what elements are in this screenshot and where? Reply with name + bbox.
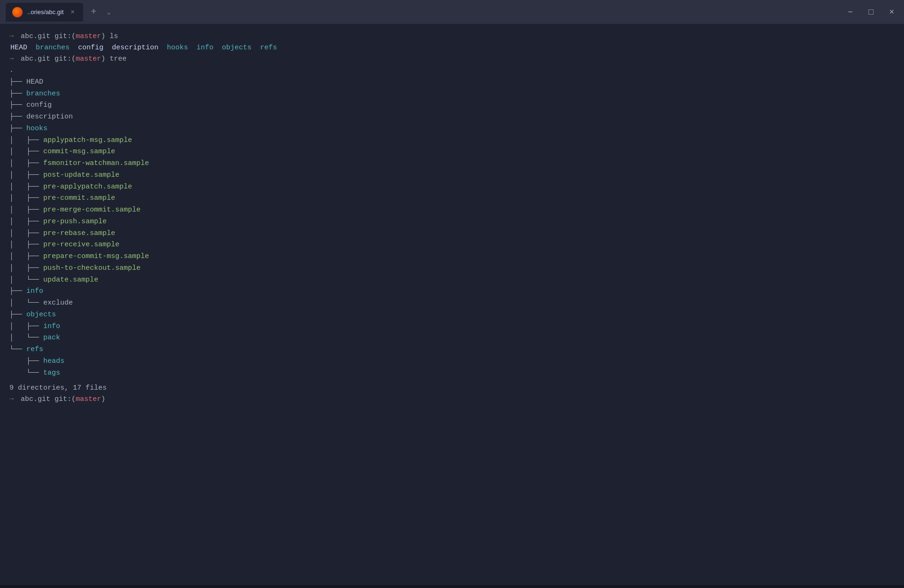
ls-item-hooks: hooks	[167, 42, 188, 54]
maximize-button[interactable]: □	[865, 6, 878, 19]
minimize-button[interactable]: −	[844, 6, 857, 19]
tree-entry-pre-commit: │ ├── pre-commit.sample	[9, 193, 895, 204]
tree-entry-exclude: │ └── exclude	[9, 298, 895, 309]
ls-item-config: config	[78, 42, 103, 54]
ubuntu-icon	[12, 7, 23, 17]
app-window: ..ories/abc.git × + ⌄ − □ × → abc.git gi…	[0, 0, 904, 588]
ls-item-description: description	[112, 42, 158, 54]
tree-entry-info: ├── info	[9, 286, 895, 298]
tree-entry-update: │ └── update.sample	[9, 274, 895, 286]
new-tab-button[interactable]: +	[87, 5, 100, 19]
prompt-path-2: abc.git	[16, 54, 55, 65]
prompt-line-2: → abc.git git: ( master ) tree	[9, 54, 895, 65]
prompt-paren-open-3: (	[71, 394, 76, 405]
prompt-paren-close-2: )	[101, 54, 105, 65]
tree-entry-branches: ├── branches	[9, 88, 895, 100]
tree-entry-post-update: │ ├── post-update.sample	[9, 170, 895, 181]
tree-entry-pre-applypatch: │ ├── pre-applypatch.sample	[9, 181, 895, 193]
tree-entry-head: ├── HEAD	[9, 77, 895, 88]
prompt-paren-close-1: )	[101, 31, 105, 42]
ls-output-line: HEAD branches config description hooks i…	[9, 42, 895, 54]
tree-entry-objects-pack: │ └── pack	[9, 332, 895, 344]
tree-entry-pre-receive: │ ├── pre-receive.sample	[9, 239, 895, 251]
prompt-git-2: git:	[55, 54, 71, 65]
tree-entry-applypatch: │ ├── applypatch-msg.sample	[9, 135, 895, 147]
tree-entry-objects-info: │ ├── info	[9, 321, 895, 333]
ls-item-branches: branches	[36, 42, 70, 54]
prompt-paren-open-2: (	[71, 54, 76, 65]
tree-entry-tags: └── tags	[9, 368, 895, 379]
ls-item-refs: refs	[260, 42, 277, 54]
tree-entry-refs: └── refs	[9, 344, 895, 356]
prompt-arrow-3: →	[9, 394, 14, 405]
prompt-paren-close-3: )	[101, 394, 105, 405]
tree-entry-config: ├── config	[9, 100, 895, 111]
summary-text: 9 directories, 17 files	[9, 383, 107, 394]
prompt-arrow-2: →	[9, 54, 14, 65]
tree-entry-hooks: ├── hooks	[9, 123, 895, 135]
prompt-paren-open-1: (	[71, 31, 76, 42]
tree-entry-heads: ├── heads	[9, 356, 895, 368]
prompt-line-1: → abc.git git: ( master ) ls	[9, 31, 895, 42]
tree-entry-pre-rebase: │ ├── pre-rebase.sample	[9, 228, 895, 240]
prompt-path-1: abc.git	[16, 31, 55, 42]
ls-item-objects: objects	[222, 42, 252, 54]
prompt-cmd-1: ls	[105, 31, 118, 42]
ls-item-head: HEAD	[10, 42, 27, 54]
tab-title: ..ories/abc.git	[27, 8, 63, 16]
bottom-border	[0, 585, 904, 588]
tree-entry-pre-push: │ ├── pre-push.sample	[9, 216, 895, 228]
prompt-cmd-2: tree	[105, 54, 126, 65]
prompt-git-1: git:	[55, 31, 71, 42]
prompt-branch-3: master	[76, 394, 101, 405]
prompt-branch-2: master	[76, 54, 101, 65]
prompt-arrow-1: →	[9, 31, 14, 42]
active-tab[interactable]: ..ories/abc.git ×	[6, 3, 83, 22]
prompt-git-3: git:	[55, 394, 71, 405]
tab-dropdown-button[interactable]: ⌄	[104, 6, 113, 18]
prompt-line-3: → abc.git git: ( master )	[9, 394, 895, 405]
tree-dot: .	[9, 65, 895, 77]
tree-entry-push-to-checkout: │ ├── push-to-checkout.sample	[9, 263, 895, 274]
tree-summary: 9 directories, 17 files	[9, 383, 895, 394]
tree-entry-commit-msg: │ ├── commit-msg.sample	[9, 146, 895, 158]
close-window-button[interactable]: ×	[885, 6, 898, 19]
tree-entry-description: ├── description	[9, 111, 895, 123]
tab-close-button[interactable]: ×	[68, 8, 77, 16]
prompt-path-3: abc.git	[16, 394, 55, 405]
tree-entry-prepare-commit-msg: │ ├── prepare-commit-msg.sample	[9, 251, 895, 263]
tree-output: . ├── HEAD ├── branches ├── config ├── d…	[9, 65, 895, 379]
tree-entry-fsmonitor: │ ├── fsmonitor-watchman.sample	[9, 158, 895, 170]
ls-item-info: info	[197, 42, 213, 54]
window-controls: − □ ×	[844, 6, 898, 19]
terminal-area[interactable]: → abc.git git: ( master ) ls HEAD branch…	[0, 24, 904, 585]
tree-entry-objects: ├── objects	[9, 309, 895, 321]
titlebar: ..ories/abc.git × + ⌄ − □ ×	[0, 0, 904, 24]
tree-entry-pre-merge-commit: │ ├── pre-merge-commit.sample	[9, 204, 895, 216]
prompt-branch-1: master	[76, 31, 101, 42]
